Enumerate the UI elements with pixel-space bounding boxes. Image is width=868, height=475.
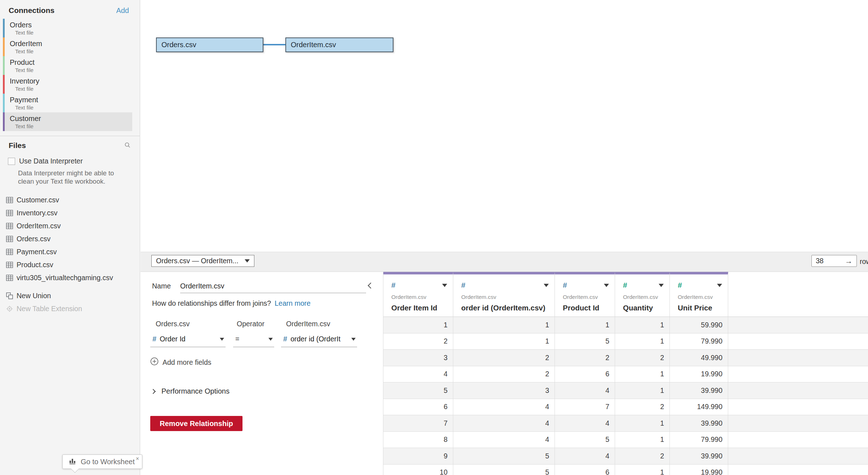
file-list-item[interactable]: virtu305_virtualtechgaming.csv <box>0 271 140 284</box>
file-list-item[interactable]: OrderItem.csv <box>0 219 140 232</box>
column-menu-icon[interactable] <box>442 284 447 287</box>
grid-cell: 49.990 <box>670 350 728 366</box>
row-count-input[interactable]: 38 → <box>811 255 857 267</box>
performance-options-label: Performance Options <box>161 387 230 395</box>
use-data-interpreter-checkbox[interactable] <box>8 158 15 165</box>
grid-cell: 4 <box>555 382 615 399</box>
grid-cell: 1 <box>615 465 670 475</box>
relationship-name-input[interactable]: OrderItem.csv <box>180 282 366 293</box>
grid-cell: 79.990 <box>670 333 728 350</box>
column-menu-icon[interactable] <box>604 284 609 287</box>
grid-cell: 3 <box>383 350 453 366</box>
right-field-dropdown[interactable]: # order id (OrderIt <box>281 335 357 347</box>
worksheet-chart-icon <box>69 458 77 466</box>
column-field-name: order id (OrderItem.csv) <box>461 304 549 312</box>
connection-name: Orders <box>10 21 132 30</box>
grid-row-filler <box>728 415 868 431</box>
connection-item[interactable]: Inventory Text file <box>3 75 132 94</box>
grid-cell: 4 <box>453 432 555 448</box>
grid-cell: 5 <box>555 333 615 350</box>
connection-type: Text file <box>10 86 132 92</box>
operator-label: Operator <box>237 320 264 328</box>
grid-row-filler <box>728 399 868 415</box>
right-field-value: order id (OrderIt <box>290 335 340 343</box>
grid-cell: 9 <box>383 448 453 464</box>
file-name: OrderItem.csv <box>17 222 61 230</box>
connection-name: Product <box>10 58 132 67</box>
grid-cell: 7 <box>383 415 453 431</box>
file-list-item[interactable]: Customer.csv <box>0 193 140 206</box>
plus-circle-icon <box>150 357 159 367</box>
column-menu-icon[interactable] <box>659 284 664 287</box>
column-menu-icon[interactable] <box>717 284 722 287</box>
connection-item[interactable]: OrderItem Text file <box>3 37 132 56</box>
number-field-icon: # <box>283 335 287 343</box>
chevron-down-icon <box>245 259 250 263</box>
left-field-value: Order Id <box>160 335 186 343</box>
grid-cell: 19.990 <box>670 366 728 382</box>
file-list-item[interactable]: Inventory.csv <box>0 206 140 219</box>
connection-color-bar <box>3 37 5 56</box>
grid-column-header[interactable]: # OrderItem.csv Product Id <box>555 272 615 317</box>
search-icon[interactable] <box>124 142 130 149</box>
connection-item[interactable]: Product Text file <box>3 56 132 75</box>
connection-item[interactable]: Payment Text file <box>3 94 132 112</box>
remove-relationship-button[interactable]: Remove Relationship <box>150 416 242 431</box>
table-icon <box>6 197 13 203</box>
new-union-item[interactable]: New Union <box>0 289 140 302</box>
table-icon <box>6 262 13 268</box>
grid-cell: 10 <box>383 465 453 475</box>
file-name: Orders.csv <box>17 235 50 243</box>
table-icon <box>6 223 13 229</box>
connection-color-bar <box>3 112 5 131</box>
grid-cell: 4 <box>453 399 555 415</box>
canvas-table-label: OrderItem.csv <box>291 41 336 49</box>
grid-cell: 5 <box>453 448 555 464</box>
table-row: 6472149.990 <box>383 399 868 416</box>
close-icon[interactable]: × <box>136 456 139 462</box>
operator-dropdown[interactable]: = <box>233 335 274 347</box>
connection-item[interactable]: Customer Text file <box>3 112 132 131</box>
connection-type: Text file <box>10 30 132 36</box>
grid-column-header[interactable]: # OrderItem.csv Unit Price <box>670 272 728 317</box>
grid-column-header[interactable]: # OrderItem.csv order id (OrderItem.csv) <box>453 272 555 317</box>
connection-item[interactable]: Orders Text file <box>3 19 132 37</box>
file-list-item[interactable]: Product.csv <box>0 258 140 271</box>
relationship-selector-dropdown[interactable]: Orders.csv — OrderItem... <box>151 255 254 267</box>
chevron-down-icon <box>268 338 273 341</box>
canvas-table-orders[interactable]: Orders.csv <box>156 37 263 52</box>
column-menu-icon[interactable] <box>544 284 549 287</box>
canvas-table-orderitem[interactable]: OrderItem.csv <box>285 37 393 52</box>
file-list-item[interactable]: Payment.csv <box>0 245 140 258</box>
grid-cell: 6 <box>555 366 615 382</box>
canvas-table-label: Orders.csv <box>161 41 196 49</box>
learn-more-link[interactable]: Learn more <box>275 299 311 307</box>
relationship-question-row: How do relationships differ from joins?L… <box>152 299 311 308</box>
left-field-dropdown[interactable]: # Order Id <box>150 335 226 347</box>
connection-type: Text file <box>10 104 132 111</box>
add-connection-link[interactable]: Add <box>116 6 129 15</box>
collapse-panel-icon[interactable] <box>368 283 374 289</box>
table-row: 534139.990 <box>383 382 868 399</box>
grid-row-filler <box>728 448 868 464</box>
table-row: 322249.990 <box>383 350 868 366</box>
relationship-editor: Name OrderItem.csv How do relationships … <box>141 272 383 475</box>
performance-options-expander[interactable]: Performance Options <box>151 387 230 395</box>
chevron-down-icon <box>220 338 224 341</box>
connection-color-bar <box>3 94 5 112</box>
grid-cell: 1 <box>555 317 615 333</box>
apply-row-count-arrow-icon[interactable]: → <box>845 257 853 265</box>
grid-column-header[interactable]: # OrderItem.csv Order Item Id <box>383 272 453 317</box>
column-field-name: Product Id <box>563 304 609 312</box>
add-more-fields-button[interactable]: Add more fields <box>150 357 211 367</box>
relationship-line[interactable] <box>263 44 285 45</box>
connections-list: Orders Text file OrderItem Text file Pro… <box>3 19 132 131</box>
table-row: 954239.990 <box>383 448 868 465</box>
connection-type: Text file <box>10 67 132 73</box>
connection-name: OrderItem <box>10 39 132 48</box>
grid-row-filler <box>728 333 868 350</box>
grid-row-filler <box>728 382 868 399</box>
grid-column-header[interactable]: # OrderItem.csv Quantity <box>615 272 670 317</box>
go-to-worksheet-tooltip[interactable]: Go to Worksheet × <box>62 454 142 469</box>
file-list-item[interactable]: Orders.csv <box>0 232 140 245</box>
